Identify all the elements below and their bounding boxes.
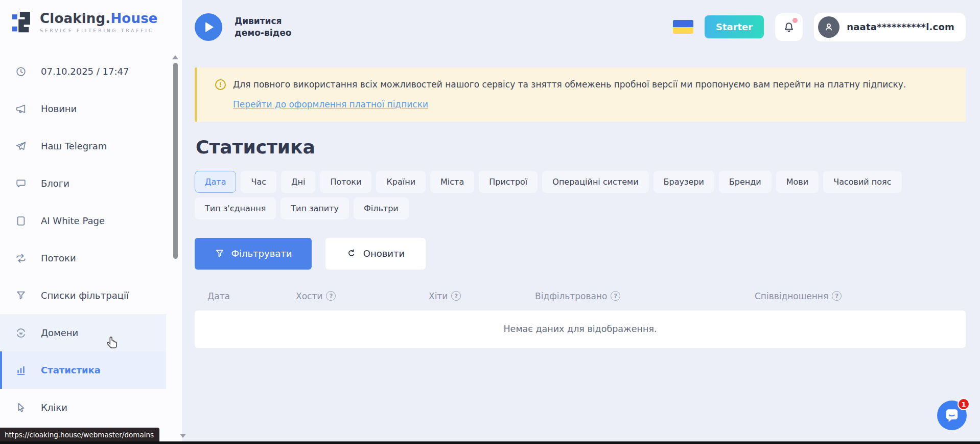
scrollbar-thumb[interactable]	[173, 63, 178, 259]
stats-table-header: Дата Хости ? Хіти ? Відфільтровано ? Спі…	[195, 291, 966, 301]
tab-devices[interactable]: Пристрої	[479, 171, 538, 193]
sidebar-menu: 07.10.2025 / 17:47 Новини Наш Telegram Б…	[0, 53, 182, 426]
tab-request-type[interactable]: Тип запиту	[281, 197, 349, 219]
col-header-hits: Хіти ?	[416, 291, 522, 301]
trial-banner: ! Для повного використання всіх можливос…	[195, 68, 966, 122]
trial-banner-text: Для повного використання всіх можливосте…	[233, 78, 906, 92]
notifications-button[interactable]	[775, 13, 803, 41]
page-title: Статистика	[196, 137, 966, 158]
refresh-icon	[346, 249, 357, 259]
tab-time[interactable]: Час	[241, 171, 276, 193]
brand-logo[interactable]: Cloaking.House SERVICE FILTERING TRAFFIC	[0, 0, 182, 34]
main-content: Дивитися демо-відео Starter naata*******…	[182, 0, 980, 444]
person-icon	[823, 21, 835, 33]
help-icon[interactable]: ?	[611, 291, 620, 301]
brand-logo-icon	[12, 10, 34, 34]
scrollbar-up-arrow-icon[interactable]	[172, 55, 178, 59]
filter-button[interactable]: Фільтрувати	[195, 238, 312, 270]
sidebar-item-blogs[interactable]: Блоги	[0, 165, 166, 202]
notification-dot	[792, 18, 798, 23]
sidebar-item-domains[interactable]: w Домени	[0, 314, 166, 351]
webmaster-globe-icon: w	[15, 327, 27, 339]
help-icon[interactable]: ?	[832, 291, 842, 301]
col-header-hosts: Хости ?	[283, 291, 416, 301]
tab-timezone[interactable]: Часовий пояс	[823, 171, 901, 193]
tab-operating-systems[interactable]: Операційні системи	[542, 171, 648, 193]
warning-icon: !	[215, 79, 226, 90]
col-header-ratio: Співвідношення ?	[742, 291, 966, 301]
user-menu[interactable]: naata**********l.com	[814, 13, 966, 41]
sidebar-item-label: Новини	[41, 103, 77, 114]
play-icon[interactable]	[195, 13, 222, 41]
sidebar-item-filter-lists[interactable]: Списки фільтрації	[0, 277, 166, 314]
topbar-right: Starter naata**********l.com	[673, 13, 966, 41]
upgrade-link[interactable]: Перейти до оформлення платної підписки	[233, 99, 428, 109]
tab-days[interactable]: Дні	[281, 171, 315, 193]
sidebar-item-telegram[interactable]: Наш Telegram	[0, 127, 166, 165]
repeat-arrows-icon	[15, 253, 27, 264]
help-icon[interactable]: ?	[326, 291, 336, 301]
empty-state-message: Немає даних для відображення.	[503, 324, 657, 334]
sidebar-item-label: Блоги	[41, 178, 69, 189]
demo-video-label: Дивитися демо-відео	[235, 15, 291, 38]
sidebar-item-news[interactable]: Новини	[0, 90, 166, 127]
topbar: Дивитися демо-відео Starter naata*******…	[195, 0, 966, 54]
funnel-icon	[15, 290, 27, 301]
sidebar-scrollbar[interactable]	[172, 55, 178, 259]
filter-tabs-row2: Тип з'єднання Тип запиту Фільтри	[195, 197, 966, 219]
empty-state: Немає даних для відображення.	[195, 310, 966, 348]
tab-flows[interactable]: Потоки	[320, 171, 371, 193]
tab-brands[interactable]: Бренди	[719, 171, 772, 193]
tab-browsers[interactable]: Браузери	[654, 171, 714, 193]
brand-tagline: SERVICE FILTERING TRAFFIC	[40, 28, 158, 33]
sidebar-item-label: Наш Telegram	[41, 141, 107, 151]
app-root: Cloaking.House SERVICE FILTERING TRAFFIC…	[0, 0, 980, 444]
avatar	[818, 16, 839, 38]
tab-filters[interactable]: Фільтри	[354, 197, 409, 219]
sidebar-item-ai-white-page[interactable]: AI White Page	[0, 202, 166, 239]
bar-chart-icon	[15, 365, 27, 376]
chat-unread-badge: 1	[958, 398, 970, 410]
chat-widget-button[interactable]: 1	[937, 401, 967, 430]
sidebar-item-label: AI White Page	[41, 215, 105, 226]
chat-smile-icon	[944, 407, 960, 424]
sidebar-item-label: Списки фільтрації	[41, 290, 129, 301]
tab-connection-type[interactable]: Тип з'єднання	[195, 197, 276, 219]
user-email: naata**********l.com	[847, 21, 954, 32]
brand-name: Cloaking.House	[40, 11, 158, 26]
tab-countries[interactable]: Країни	[376, 171, 426, 193]
tab-languages[interactable]: Мови	[776, 171, 819, 193]
mouse-cursor-pointer-icon	[105, 336, 120, 352]
sidebar-item-datetime[interactable]: 07.10.2025 / 17:47	[0, 53, 166, 90]
help-icon[interactable]: ?	[451, 291, 461, 301]
col-header-filtered: Відфільтровано ?	[522, 291, 742, 301]
chat-bubble-icon	[15, 178, 27, 189]
megaphone-icon	[15, 103, 27, 115]
plan-badge-button[interactable]: Starter	[705, 15, 764, 38]
sidebar-item-clicks[interactable]: Кліки	[0, 389, 166, 426]
page-icon	[15, 215, 27, 227]
demo-video-button[interactable]: Дивитися демо-відео	[195, 13, 291, 41]
sidebar-item-flows[interactable]: Потоки	[0, 239, 166, 277]
paper-plane-icon	[15, 141, 27, 152]
tab-date[interactable]: Дата	[195, 171, 236, 193]
brand-text: Cloaking.House SERVICE FILTERING TRAFFIC	[40, 11, 158, 33]
sidebar-item-label: Статистика	[41, 365, 101, 375]
sidebar-item-label: Домени	[41, 327, 78, 338]
clock-icon	[15, 66, 27, 77]
sidebar-item-label: 07.10.2025 / 17:47	[41, 66, 129, 77]
sidebar-item-label: Потоки	[41, 253, 76, 263]
svg-text:w: w	[19, 330, 23, 335]
tab-cities[interactable]: Міста	[430, 171, 474, 193]
status-url-tooltip: https://cloaking.house/webmaster/domains	[0, 428, 159, 441]
filter-tabs-row1: Дата Час Дні Потоки Країни Міста Пристро…	[195, 171, 966, 193]
bottom-edge-bar	[0, 441, 980, 444]
sidebar-item-statistics[interactable]: Статистика	[0, 351, 166, 389]
sidebar-item-label: Кліки	[41, 402, 67, 413]
action-buttons: Фільтрувати Оновити	[195, 238, 966, 270]
funnel-icon	[215, 249, 225, 259]
ukraine-flag-icon[interactable]	[673, 20, 693, 34]
col-header-date: Дата	[195, 291, 283, 301]
refresh-button[interactable]: Оновити	[325, 238, 426, 270]
sidebar: Cloaking.House SERVICE FILTERING TRAFFIC…	[0, 0, 182, 444]
